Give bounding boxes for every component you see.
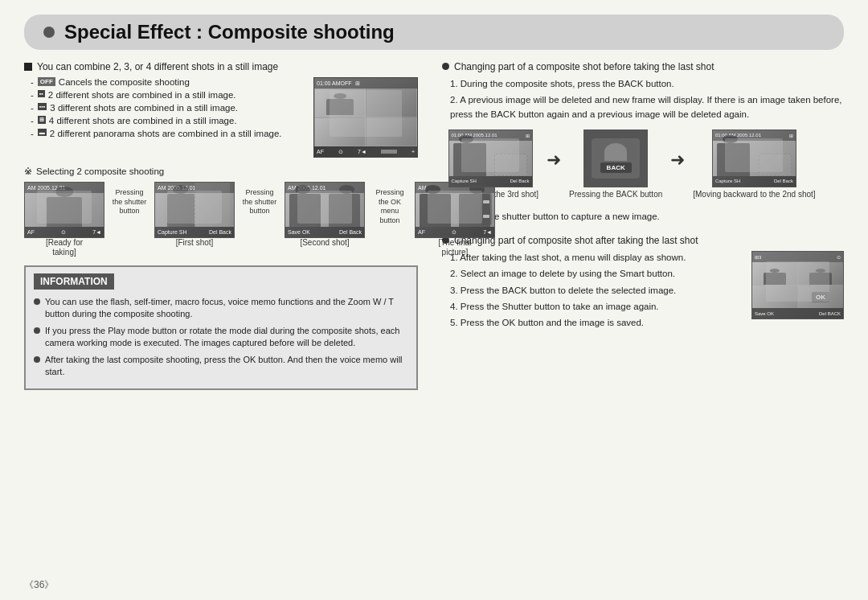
- four-icon-badge: ⊞: [38, 116, 46, 124]
- cam-grid-cell-4: [366, 117, 417, 146]
- main-content: You can combine 2, 3, or 4 different sho…: [24, 61, 844, 576]
- cam-ui-bar-final2: Save OKDel BACK: [752, 308, 843, 318]
- intro-section: You can combine 2, 3, or 4 different sho…: [24, 61, 418, 72]
- dash-item-2-text: 2 different shots are combined in a stil…: [48, 90, 236, 100]
- info-item-3: After taking the last composite shooting…: [34, 354, 408, 379]
- cam-bottom-bar: AF⊙7◄+: [314, 146, 417, 157]
- left-column: You can combine 2, 3, or 4 different sho…: [24, 61, 418, 576]
- after-back-cam: 01:00 AM 2005.12.01⊞ Capture SHDel Back: [712, 129, 796, 187]
- cam-grid-cell-1: [314, 88, 366, 117]
- right-section-1: Changing part of a composite shot before…: [442, 61, 844, 199]
- right-arrow-1: ➜: [547, 150, 561, 171]
- section2-content: 1. After taking the last shot, a menu wi…: [442, 251, 844, 332]
- two-icon-badge: ▪▪: [38, 90, 45, 97]
- large-camera-preview: 01:00 AMOFF⊞ AF⊙7◄+: [313, 77, 418, 158]
- page-title: Special Effect : Composite shooting: [64, 21, 395, 43]
- dash-item-3: - ▪▪▪ 3 different shots are combined in …: [31, 103, 305, 113]
- right-section-2: Changing part of composite shot after ta…: [442, 235, 844, 332]
- cam-grid: [314, 88, 417, 146]
- numbered-item-2-4: 4. Press the Shutter button to take an i…: [450, 300, 743, 314]
- step-cam-second: AM 2005.12.01 Save OKDel Back: [285, 182, 365, 238]
- before-3rd-cam: 01:00 AM 2005.12.01⊞ Capture SHDel Back: [448, 129, 533, 187]
- steps-section: Selecting 2 composite shooting AM 2005.1…: [24, 166, 418, 257]
- numbered-item-1-1: 1. During the composite shots, press the…: [450, 77, 844, 91]
- info-text-3: After taking the last composite shooting…: [45, 354, 408, 379]
- dash-item-4: - ⊞ 4 different shots are combined in a …: [31, 116, 305, 125]
- arrow-3: Pressingthe OKmenu button: [370, 188, 410, 226]
- page: Special Effect : Composite shooting You …: [0, 0, 868, 600]
- numbered-item-2-1: 1. After taking the last shot, a menu wi…: [450, 251, 743, 265]
- pressing-label-3: Pressingthe OKmenu button: [370, 188, 410, 226]
- info-header: INFORMATION: [34, 273, 114, 290]
- cam-row-1: 01:00 AM 2005.12.01⊞ Capture SHDel Back …: [442, 129, 844, 199]
- pressing-back-label: Pressing the BACK button: [569, 190, 662, 199]
- cam-ui-bar-b3: Capture SHDel Back: [449, 176, 532, 187]
- numbered-list-1: 1. During the composite shots, press the…: [450, 77, 844, 121]
- information-box: INFORMATION You can use the flash, self-…: [24, 265, 418, 390]
- numbered-item-2-2: 2. Select an image to delete by using th…: [450, 267, 743, 281]
- steps-row: AM 2005.12.31 AF⊙7◄ [Ready for taking] P…: [24, 182, 418, 257]
- section2-bullet: Changing part of composite shot after ta…: [442, 235, 844, 246]
- cam-ui-bar-ready: AF⊙7◄: [25, 227, 104, 237]
- dash-item-1-text: Cancels the composite shooting: [59, 77, 190, 87]
- back-button-cam: BACK: [583, 129, 648, 187]
- dash-item-4-text: 4 different shots are combined in a stil…: [49, 116, 237, 125]
- dash-item-5-text: 2 different panorama shots are combined …: [50, 129, 282, 138]
- dash-item-1: - OFF Cancels the composite shooting: [31, 77, 305, 87]
- circle-bullet-1: [442, 63, 449, 70]
- left-top-area: - OFF Cancels the composite shooting - ▪…: [24, 77, 418, 158]
- pano-icon-badge: ▬: [38, 129, 47, 136]
- back-button-container: BACK Pressing the BACK button: [569, 129, 662, 199]
- info-bullet-2: [34, 327, 40, 334]
- numbered-list-2: 1. After taking the last shot, a menu wi…: [450, 251, 743, 332]
- info-bullet-3: [34, 356, 40, 363]
- off-icon-badge: OFF: [38, 77, 55, 86]
- step-cam-first: AM 2005.12.01 Capture SHDel Back: [154, 182, 235, 238]
- cam-ui-bar-first: Capture SHDel Back: [155, 227, 234, 237]
- right-column: Changing part of a composite shot before…: [442, 61, 844, 576]
- cam-ui-bar-after: Capture SHDel Back: [713, 176, 796, 187]
- cam-top-bar: 01:00 AMOFF⊞: [314, 78, 417, 88]
- final-image-cam: ⊞3⊙: [751, 251, 844, 319]
- after-back-container: 01:00 AM 2005.12.01⊞ Capture SHDel Back …: [693, 129, 815, 199]
- after-back-caption: [Moving backward to the 2nd shot]: [693, 190, 815, 199]
- info-item-1: You can use the flash, self-timer, macro…: [34, 296, 408, 321]
- info-item-2: If you press the Play mode button or rot…: [34, 325, 408, 350]
- step-3-text: 3. Press the shutter button to capture a…: [450, 210, 844, 224]
- cam-grid-cell-3: [314, 117, 366, 146]
- step-second: AM 2005.12.01 Save OKDel Back [Second sh…: [285, 182, 365, 248]
- step-cam-final: AM AF⊙7◄: [415, 182, 495, 238]
- step-caption-ready: [Ready for taking]: [36, 238, 92, 257]
- title-dot: [43, 27, 55, 38]
- dash-item-2: - ▪▪ 2 different shots are combined in a…: [31, 90, 305, 100]
- page-number: 《36》: [24, 578, 54, 592]
- numbered-item-2-3: 3. Press the BACK button to delete the s…: [450, 284, 743, 298]
- section1-title: Changing part of a composite shot before…: [454, 61, 714, 72]
- cam-ui-top-final2: ⊞3⊙: [752, 252, 843, 262]
- pressing-label-1: Pressingthe shutterbutton: [109, 188, 149, 216]
- cam-grid-cell-2: [366, 88, 417, 117]
- final-image-container: ⊞3⊙: [751, 251, 844, 332]
- step-first: AM 2005.12.01 Capture SHDel Back [First …: [154, 182, 235, 248]
- info-text-1: You can use the flash, self-timer, macro…: [45, 296, 408, 321]
- dash-item-5: - ▬ 2 different panorama shots are combi…: [31, 129, 305, 138]
- info-text-2: If you press the Play mode button or rot…: [45, 325, 408, 350]
- pressing-label-2: Pressingthe shutterbutton: [240, 188, 280, 216]
- right-arrow-2: ➜: [670, 150, 685, 171]
- dash-items-area: - OFF Cancels the composite shooting - ▪…: [24, 77, 305, 158]
- step-cam-ready: AM 2005.12.31 AF⊙7◄: [24, 182, 104, 238]
- numbered-item-2-5: 5. Press the OK button and the image is …: [450, 316, 743, 330]
- numbered-item-1-2: 2. A previous image will be deleted and …: [450, 93, 844, 121]
- cam-ui-bar-final: AF⊙7◄: [416, 227, 494, 237]
- three-icon-badge: ▪▪▪: [38, 103, 47, 110]
- selecting-label: Selecting 2 composite shooting: [24, 166, 418, 177]
- arrow-2: Pressingthe shutterbutton: [240, 188, 280, 216]
- step-caption-second: [Second shot]: [297, 238, 353, 248]
- title-bar: Special Effect : Composite shooting: [24, 14, 844, 50]
- step-caption-first: [First shot]: [166, 238, 223, 248]
- arrow-1: Pressingthe shutterbutton: [109, 188, 149, 216]
- section1-bullet: Changing part of a composite shot before…: [442, 61, 844, 72]
- intro-text: You can combine 2, 3, or 4 different sho…: [37, 61, 278, 72]
- info-bullet-1: [34, 298, 40, 305]
- dash-item-3-text: 3 different shots are combined in a stil…: [50, 103, 238, 113]
